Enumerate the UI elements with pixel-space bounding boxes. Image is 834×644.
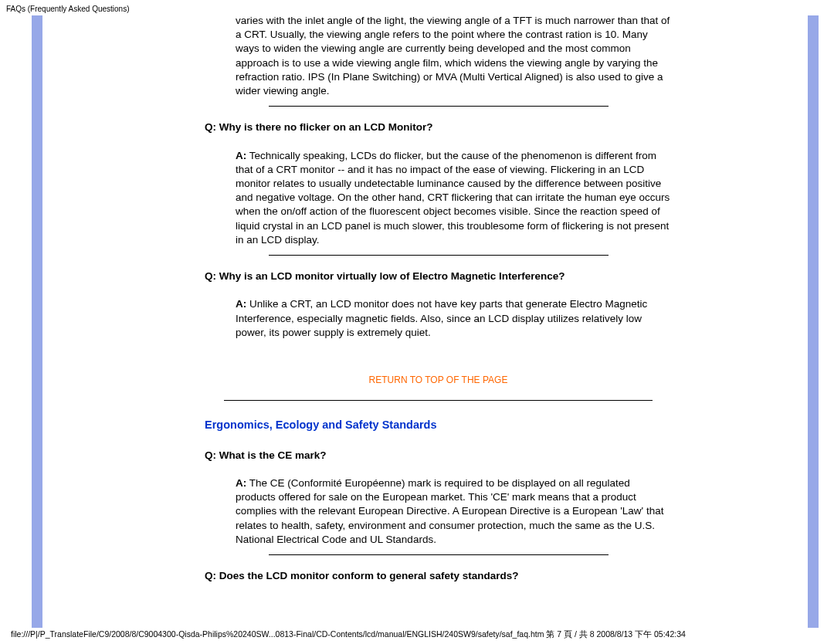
faq-question: Q: Does the LCD monitor conform to gener… bbox=[205, 569, 672, 583]
divider bbox=[269, 554, 609, 555]
return-to-top-link[interactable]: RETURN TO TOP OF THE PAGE bbox=[205, 374, 672, 386]
faq-answer-block: A: The CE (Conformité Européenne) mark i… bbox=[236, 476, 672, 547]
faq-question: Q: What is the CE mark? bbox=[205, 449, 672, 463]
faq-answer-text: The CE (Conformité Européenne) mark is r… bbox=[236, 477, 663, 545]
divider bbox=[269, 106, 609, 107]
faq-question: Q: Why is there no flicker on an LCD Mon… bbox=[205, 120, 672, 134]
intro-answer-text: varies with the inlet angle of the light… bbox=[236, 14, 672, 98]
faq-answer-text: Unlike a CRT, an LCD monitor does not ha… bbox=[236, 298, 647, 337]
faq-answer-label: A: bbox=[236, 150, 246, 161]
faq-answer-label: A: bbox=[236, 298, 246, 310]
faq-question: Q: Why is an LCD monitor virtually low o… bbox=[205, 269, 672, 283]
left-stripe bbox=[32, 15, 42, 628]
right-stripe bbox=[808, 15, 819, 628]
main-content: varies with the inlet angle of the light… bbox=[205, 14, 672, 597]
divider-long bbox=[224, 400, 653, 401]
faq-answer-label: A: bbox=[236, 477, 246, 489]
file-path-footer: file:///P|/P_TranslateFile/C9/2008/8/C90… bbox=[11, 629, 686, 640]
faq-answer-block: A: Technically speaking, LCDs do flicker… bbox=[236, 149, 672, 248]
divider bbox=[269, 255, 609, 256]
faq-answer-text: Technically speaking, LCDs do flicker, b… bbox=[236, 150, 670, 246]
faq-answer-block: A: Unlike a CRT, an LCD monitor does not… bbox=[236, 297, 672, 340]
section-heading: Ergonomics, Ecology and Safety Standards bbox=[205, 418, 672, 433]
page-header-title: FAQs (Frequently Asked Questions) bbox=[6, 5, 130, 13]
